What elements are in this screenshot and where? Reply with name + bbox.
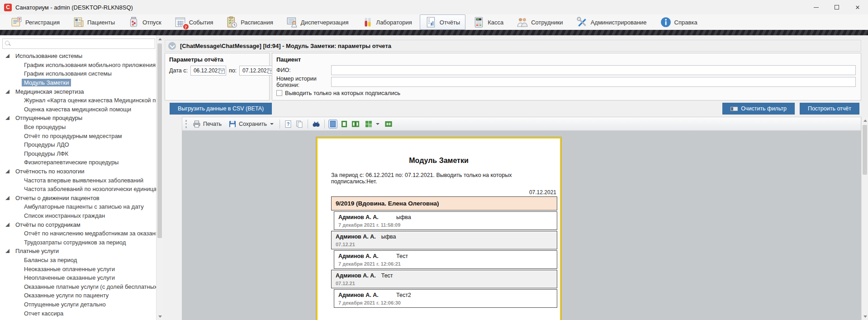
expander-icon[interactable] — [5, 116, 9, 120]
toolbar-item-administration[interactable]: Администрирование — [571, 14, 652, 30]
calendar-icon[interactable]: 7 — [219, 68, 225, 74]
scroll-down-icon[interactable] — [157, 313, 163, 320]
main-panel: [ChatMessage\ChatMessage] [Id:94] - Моду… — [163, 35, 868, 320]
copy-page-icon[interactable] — [295, 120, 304, 128]
note-row: Админов А. А.Тест 07.12.21 — [331, 270, 557, 288]
print-button[interactable]: Печать — [191, 119, 223, 129]
date-from-input[interactable]: 06.12.2021 7 — [190, 66, 226, 76]
expander-icon[interactable] — [5, 249, 9, 253]
tree-group-procedures[interactable]: Отпущенные процедуры — [0, 114, 156, 123]
sidebar-scrollbar[interactable] — [156, 35, 163, 320]
tree-item[interactable]: Балансы за период — [0, 256, 156, 265]
toolbar-item-reports[interactable]: Отчёты — [420, 14, 465, 30]
toolbar-item-vacation[interactable]: Отпуск — [123, 14, 167, 30]
tree-group-nosology[interactable]: Отчётность по нозологии — [0, 167, 156, 176]
note-timestamp: 07.12.21 — [336, 242, 553, 247]
tree-item[interactable]: Все процедуры — [0, 123, 156, 132]
build-report-button[interactable]: Построить отчёт — [800, 103, 859, 115]
close-button[interactable]: ✕ — [847, 0, 868, 14]
search-binoculars-icon[interactable] — [312, 120, 320, 128]
tree-item[interactable]: Процедуры ЛДО — [0, 140, 156, 149]
search-input[interactable] — [13, 39, 155, 48]
tree-group-staff-reports[interactable]: Отчёты по сотрудникам — [0, 220, 156, 229]
tree-item[interactable]: Оценка качества медицинской помощи — [0, 105, 156, 114]
toolbar-item-cashdesk[interactable]: Касса — [468, 14, 509, 30]
report-scrollbar[interactable] — [861, 117, 868, 320]
tree-item[interactable]: Список иностранных граждан — [0, 211, 156, 220]
tree-item-selected[interactable]: Модуль Заметки — [0, 78, 156, 87]
tree-item[interactable]: Оказанные услуги по пациенту — [0, 291, 156, 300]
tree-item[interactable]: Журнал «Карта оценки качества Медицинско… — [0, 96, 156, 105]
tree-item[interactable]: Отпущенные услуги детально — [0, 300, 156, 309]
tree-group-medical-expertise[interactable]: Медицинская экспертиза — [0, 87, 156, 96]
scrollbar-thumb[interactable] — [157, 43, 162, 238]
dropdown-arrow-icon — [270, 123, 274, 125]
toolbar-item-events[interactable]: 7 События — [169, 14, 219, 30]
scrollbar-thumb[interactable] — [863, 125, 867, 175]
expander-icon[interactable] — [5, 223, 9, 227]
tree-group-patient-movement[interactable]: Отчеты о движении пациентов — [0, 194, 156, 203]
expander-icon[interactable] — [5, 196, 9, 200]
scroll-up-icon[interactable] — [157, 35, 163, 43]
fio-input[interactable] — [331, 65, 856, 75]
export-csv-button[interactable]: Выгрузить данные в CSV (BETA) — [170, 103, 272, 115]
tree-item[interactable]: Частота заболеваний по нозологически еди… — [0, 185, 156, 194]
history-number-input[interactable] — [331, 77, 856, 87]
sidebar-search[interactable] — [2, 38, 155, 49]
tree-item[interactable]: Неоказанные оплаченные услуги — [0, 264, 156, 273]
events-badge: 7 — [182, 23, 190, 30]
collapse-chevron-icon[interactable] — [168, 42, 176, 50]
note-row: Админов А. А.Тест2 7 декабря 2021 г. 12:… — [334, 289, 557, 308]
report-params-header[interactable]: [ChatMessage\ChatMessage] [Id:94] - Моду… — [165, 40, 861, 52]
fit-page-icon[interactable] — [384, 120, 393, 128]
subscribed-only-checkbox[interactable] — [276, 90, 282, 96]
tree-item[interactable]: Неоплаченные оказанные услуги — [0, 273, 156, 282]
app-icon: C — [4, 4, 12, 11]
staff-icon — [517, 16, 528, 28]
toolbar-item-patients[interactable]: Пациенты — [67, 14, 120, 30]
toolbar-item-staff[interactable]: Сотрудники — [511, 14, 568, 30]
scroll-down-icon[interactable] — [862, 313, 868, 320]
tree-item[interactable]: Отчёт по начислению медработникам за ока… — [0, 229, 156, 238]
tree-item[interactable]: Амбулаторные пациенты с записью на дату — [0, 202, 156, 211]
expander-icon[interactable] — [5, 54, 9, 58]
expander-icon[interactable] — [5, 90, 9, 94]
save-button[interactable]: Сохранить — [227, 119, 275, 129]
tree-group-paid-services[interactable]: Платные услуги — [0, 247, 156, 256]
filters-row: Параметры отчёта Дата с: 06.12.2021 7 по… — [165, 53, 861, 100]
tree-item[interactable]: График использования мобильного приложен… — [0, 61, 156, 70]
toolbar-drag-handle[interactable] — [185, 120, 187, 128]
maximize-button[interactable] — [826, 0, 847, 14]
tree-item[interactable]: Отчет кассира — [0, 309, 156, 318]
tree-item[interactable]: Оказанные платные услуги (с долей беспла… — [0, 282, 156, 291]
page-setup-icon[interactable]: ? — [284, 120, 292, 128]
toolbar-item-help[interactable]: Справка — [655, 14, 703, 30]
tree-item[interactable]: Трудозатраты сотрудников за период — [0, 238, 156, 247]
date-from-label: Дата с: — [169, 67, 188, 74]
single-page-view-icon[interactable] — [329, 120, 337, 128]
two-page-view-icon[interactable] — [351, 120, 360, 128]
report-canvas[interactable]: Модуль Заметки За период с: 06.12.2021 п… — [182, 131, 861, 320]
tree-item[interactable]: Частота впервые выявленных заболеваний — [0, 176, 156, 185]
toolbar-item-registration[interactable]: Регистрация — [5, 14, 65, 30]
printer-icon — [193, 120, 201, 128]
tree-item[interactable]: График использования системы — [0, 69, 156, 78]
tree-group-system-usage[interactable]: Использование системы — [0, 52, 156, 61]
toolbar-item-dispatch[interactable]: Диспетчеризация — [281, 14, 354, 30]
page-width-view-icon[interactable] — [340, 120, 348, 128]
clear-filter-button[interactable]: Очистить фильтр — [722, 103, 795, 115]
tree-item[interactable]: Физиотерапевтические процедуры — [0, 158, 156, 167]
toolbar-item-label: Лаборатория — [376, 19, 412, 26]
toolbar-item-label: Касса — [488, 19, 503, 26]
expander-icon[interactable] — [5, 169, 9, 173]
tree-item[interactable]: Процедуры ЛФК — [0, 149, 156, 158]
report-params-groupbox: Параметры отчёта Дата с: 06.12.2021 7 по… — [165, 53, 270, 100]
tree-item[interactable]: Отчёт по процедурным медсестрам — [0, 131, 156, 140]
scroll-up-icon[interactable] — [862, 117, 868, 124]
separator-stripe — [0, 30, 868, 35]
date-to-input[interactable]: 07.12.2021 7 — [239, 66, 275, 76]
toolbar-item-laboratory[interactable]: Лаборатория — [356, 14, 417, 30]
multi-page-view-button[interactable] — [363, 119, 381, 129]
toolbar-item-schedules[interactable]: Расписания — [221, 14, 278, 30]
minimize-button[interactable] — [806, 0, 826, 14]
